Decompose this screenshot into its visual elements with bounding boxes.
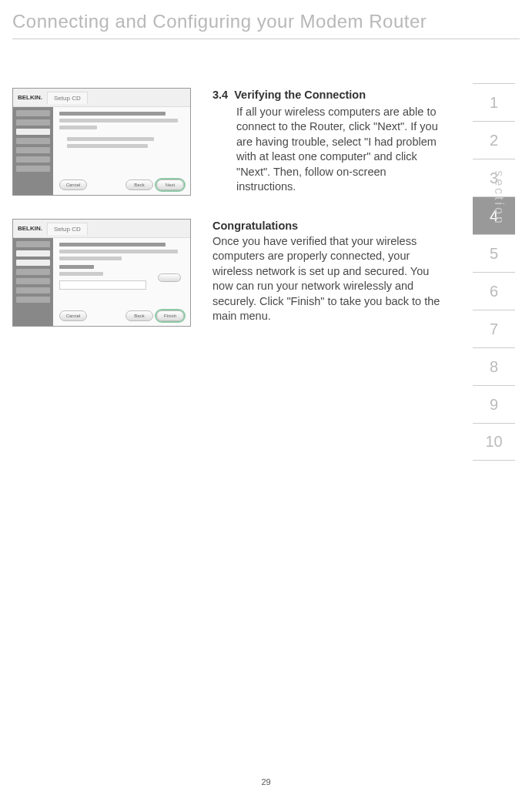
step-34-row: BELKIN. Setup CD bbox=[12, 88, 443, 196]
section-nav-item-8[interactable]: 8 bbox=[473, 347, 515, 385]
section-nav-item-7[interactable]: 7 bbox=[473, 310, 515, 347]
setup-cd-tab: Setup CD bbox=[47, 223, 88, 235]
screenshot-verify-connection: BELKIN. Setup CD bbox=[12, 88, 191, 196]
network-key-input bbox=[59, 280, 146, 290]
cancel-button: Cancel bbox=[59, 310, 87, 321]
screenshot-sidebar bbox=[13, 107, 53, 195]
screenshot-body: Cancel Back Finish bbox=[13, 238, 190, 326]
section-nav-item-1[interactable]: 1 bbox=[473, 83, 515, 121]
page-title: Connecting and Configuring your Modem Ro… bbox=[0, 0, 532, 32]
screenshot-congratulations: BELKIN. Setup CD bbox=[12, 219, 191, 327]
edit-button bbox=[158, 273, 181, 282]
step-body: If all your wireless computers are able … bbox=[212, 105, 443, 195]
congrats-title: Congratulations bbox=[212, 219, 443, 234]
page-number: 29 bbox=[0, 777, 532, 787]
back-button: Back bbox=[125, 179, 153, 190]
step-34-text: 3.4 Verifying the Connection If all your… bbox=[191, 88, 443, 196]
title-underline bbox=[12, 39, 520, 39]
screenshot-buttons: Cancel Back Next bbox=[59, 179, 184, 190]
screenshot-buttons: Cancel Back Finish bbox=[59, 310, 184, 321]
screenshot-main: Cancel Back Next bbox=[53, 107, 190, 195]
finish-button: Finish bbox=[156, 310, 184, 321]
congrats-row: BELKIN. Setup CD bbox=[12, 219, 443, 327]
next-button: Next bbox=[156, 179, 184, 190]
screenshot-header: BELKIN. Setup CD bbox=[13, 220, 190, 238]
belkin-logo: BELKIN. bbox=[18, 94, 42, 101]
section-nav-item-10[interactable]: 10 bbox=[473, 423, 515, 461]
step-title: Verifying the Connection bbox=[234, 89, 366, 101]
section-label: section bbox=[492, 170, 506, 226]
screenshot-sidebar bbox=[13, 238, 53, 326]
screenshot-header: BELKIN. Setup CD bbox=[13, 89, 190, 107]
setup-cd-tab: Setup CD bbox=[47, 92, 88, 104]
section-nav-item-6[interactable]: 6 bbox=[473, 272, 515, 310]
section-nav-item-5[interactable]: 5 bbox=[473, 234, 515, 272]
section-nav: section 1 2 3 4 5 6 7 8 9 10 bbox=[473, 83, 515, 461]
section-nav-item-9[interactable]: 9 bbox=[473, 385, 515, 423]
belkin-logo: BELKIN. bbox=[18, 225, 42, 232]
screenshot-main: Cancel Back Finish bbox=[53, 238, 190, 326]
back-button: Back bbox=[125, 310, 153, 321]
congrats-text: Congratulations Once you have verified t… bbox=[191, 219, 443, 327]
step-number: 3.4 bbox=[212, 89, 228, 101]
section-nav-item-2[interactable]: 2 bbox=[473, 121, 515, 159]
content-area: BELKIN. Setup CD bbox=[12, 88, 443, 350]
screenshot-body: Cancel Back Next bbox=[13, 107, 190, 195]
cancel-button: Cancel bbox=[59, 179, 87, 190]
congrats-body: Once you have verified that your wireles… bbox=[212, 234, 443, 324]
